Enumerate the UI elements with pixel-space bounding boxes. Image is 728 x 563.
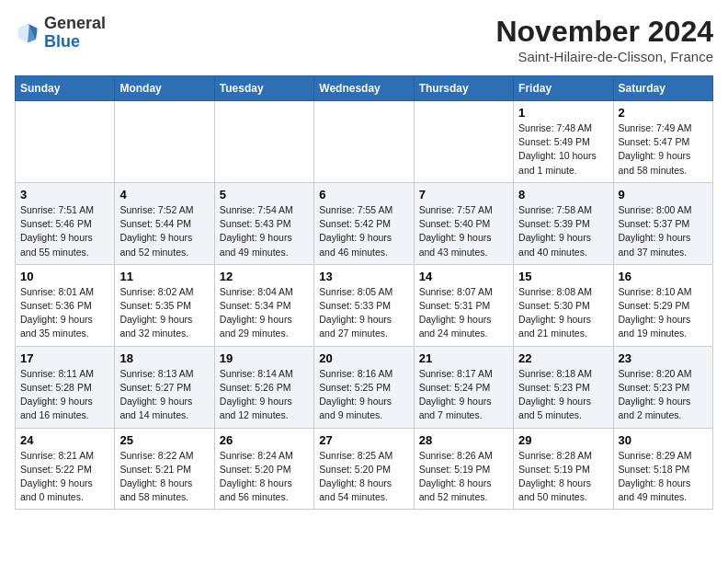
logo-general-text: General [44, 15, 106, 33]
day-number: 21 [419, 351, 508, 365]
day-cell: 10Sunrise: 8:01 AM Sunset: 5:36 PM Dayli… [16, 264, 115, 346]
day-info: Sunrise: 8:26 AM Sunset: 5:19 PM Dayligh… [419, 449, 508, 505]
day-number: 18 [119, 351, 209, 365]
day-info: Sunrise: 8:25 AM Sunset: 5:20 PM Dayligh… [319, 449, 408, 505]
day-cell: 24Sunrise: 8:21 AM Sunset: 5:22 PM Dayli… [16, 428, 115, 510]
col-saturday: Saturday [613, 76, 712, 101]
day-cell: 21Sunrise: 8:17 AM Sunset: 5:24 PM Dayli… [414, 346, 513, 428]
day-cell: 14Sunrise: 8:07 AM Sunset: 5:31 PM Dayli… [414, 264, 513, 346]
day-number: 24 [20, 433, 109, 447]
day-info: Sunrise: 8:18 AM Sunset: 5:23 PM Dayligh… [518, 367, 608, 423]
day-info: Sunrise: 8:14 AM Sunset: 5:26 PM Dayligh… [220, 367, 309, 423]
day-cell: 27Sunrise: 8:25 AM Sunset: 5:20 PM Dayli… [314, 428, 414, 510]
day-info: Sunrise: 7:57 AM Sunset: 5:40 PM Dayligh… [419, 203, 508, 259]
day-number: 10 [20, 270, 109, 283]
day-cell: 4Sunrise: 7:52 AM Sunset: 5:44 PM Daylig… [115, 182, 214, 264]
day-cell: 12Sunrise: 8:04 AM Sunset: 5:34 PM Dayli… [214, 264, 313, 346]
day-cell: 13Sunrise: 8:05 AM Sunset: 5:33 PM Dayli… [314, 264, 414, 346]
week-row-1: 1Sunrise: 7:48 AM Sunset: 5:49 PM Daylig… [16, 101, 713, 183]
day-number: 15 [518, 270, 608, 283]
day-info: Sunrise: 7:49 AM Sunset: 5:47 PM Dayligh… [619, 121, 708, 178]
day-number: 25 [119, 433, 209, 447]
logo: General Blue [15, 15, 106, 52]
day-info: Sunrise: 8:11 AM Sunset: 5:28 PM Dayligh… [20, 367, 109, 423]
day-info: Sunrise: 7:52 AM Sunset: 5:44 PM Dayligh… [119, 203, 209, 259]
day-info: Sunrise: 8:22 AM Sunset: 5:21 PM Dayligh… [119, 449, 209, 505]
day-info: Sunrise: 8:10 AM Sunset: 5:29 PM Dayligh… [619, 285, 708, 341]
day-cell: 6Sunrise: 7:55 AM Sunset: 5:42 PM Daylig… [314, 182, 414, 264]
day-number: 6 [319, 188, 408, 201]
day-info: Sunrise: 8:16 AM Sunset: 5:25 PM Dayligh… [319, 367, 408, 423]
day-number: 27 [319, 433, 408, 447]
day-number: 9 [619, 188, 708, 201]
week-row-4: 17Sunrise: 8:11 AM Sunset: 5:28 PM Dayli… [16, 346, 713, 428]
day-cell: 23Sunrise: 8:20 AM Sunset: 5:23 PM Dayli… [613, 346, 712, 428]
day-number: 5 [220, 188, 309, 201]
day-info: Sunrise: 7:48 AM Sunset: 5:49 PM Dayligh… [518, 121, 608, 178]
day-cell: 5Sunrise: 7:54 AM Sunset: 5:43 PM Daylig… [214, 182, 313, 264]
day-cell: 1Sunrise: 7:48 AM Sunset: 5:49 PM Daylig… [514, 101, 613, 183]
day-cell [115, 101, 214, 183]
day-cell: 20Sunrise: 8:16 AM Sunset: 5:25 PM Dayli… [314, 346, 414, 428]
col-thursday: Thursday [414, 76, 513, 101]
day-info: Sunrise: 8:29 AM Sunset: 5:18 PM Dayligh… [619, 449, 708, 505]
day-number: 4 [119, 188, 209, 201]
day-cell: 30Sunrise: 8:29 AM Sunset: 5:18 PM Dayli… [613, 428, 712, 510]
month-title: November 2024 [495, 15, 713, 49]
day-info: Sunrise: 7:55 AM Sunset: 5:42 PM Dayligh… [319, 203, 408, 259]
col-tuesday: Tuesday [214, 76, 313, 101]
day-number: 7 [419, 188, 508, 201]
day-cell: 2Sunrise: 7:49 AM Sunset: 5:47 PM Daylig… [613, 101, 712, 183]
day-cell [214, 101, 313, 183]
day-number: 8 [518, 188, 608, 201]
day-cell: 19Sunrise: 8:14 AM Sunset: 5:26 PM Dayli… [214, 346, 313, 428]
col-sunday: Sunday [16, 76, 115, 101]
col-wednesday: Wednesday [314, 76, 414, 101]
day-cell: 16Sunrise: 8:10 AM Sunset: 5:29 PM Dayli… [613, 264, 712, 346]
logo-icon [15, 20, 40, 46]
day-number: 22 [518, 351, 608, 365]
day-number: 26 [220, 433, 309, 447]
day-number: 11 [119, 270, 209, 283]
day-cell: 3Sunrise: 7:51 AM Sunset: 5:46 PM Daylig… [16, 182, 115, 264]
day-number: 1 [518, 106, 608, 120]
day-number: 2 [619, 106, 708, 120]
day-info: Sunrise: 8:20 AM Sunset: 5:23 PM Dayligh… [619, 367, 708, 423]
calendar-table: Sunday Monday Tuesday Wednesday Thursday… [15, 75, 713, 510]
header-row: Sunday Monday Tuesday Wednesday Thursday… [16, 76, 713, 101]
day-info: Sunrise: 8:07 AM Sunset: 5:31 PM Dayligh… [419, 285, 508, 341]
day-number: 28 [419, 433, 508, 447]
day-cell [314, 101, 414, 183]
day-number: 17 [20, 351, 109, 365]
day-info: Sunrise: 8:00 AM Sunset: 5:37 PM Dayligh… [619, 203, 708, 259]
week-row-3: 10Sunrise: 8:01 AM Sunset: 5:36 PM Dayli… [16, 264, 713, 346]
day-cell: 29Sunrise: 8:28 AM Sunset: 5:19 PM Dayli… [514, 428, 613, 510]
day-cell: 26Sunrise: 8:24 AM Sunset: 5:20 PM Dayli… [214, 428, 313, 510]
day-info: Sunrise: 7:51 AM Sunset: 5:46 PM Dayligh… [20, 203, 109, 259]
day-number: 23 [619, 351, 708, 365]
day-cell [16, 101, 115, 183]
day-cell [414, 101, 513, 183]
day-info: Sunrise: 7:54 AM Sunset: 5:43 PM Dayligh… [220, 203, 309, 259]
location-title: Saint-Hilaire-de-Clisson, France [495, 49, 713, 64]
day-number: 29 [518, 433, 608, 447]
day-cell: 8Sunrise: 7:58 AM Sunset: 5:39 PM Daylig… [514, 182, 613, 264]
day-cell: 11Sunrise: 8:02 AM Sunset: 5:35 PM Dayli… [115, 264, 214, 346]
day-cell: 25Sunrise: 8:22 AM Sunset: 5:21 PM Dayli… [115, 428, 214, 510]
day-info: Sunrise: 8:21 AM Sunset: 5:22 PM Dayligh… [20, 449, 109, 505]
day-info: Sunrise: 8:04 AM Sunset: 5:34 PM Dayligh… [220, 285, 309, 341]
day-cell: 15Sunrise: 8:08 AM Sunset: 5:30 PM Dayli… [514, 264, 613, 346]
col-monday: Monday [115, 76, 214, 101]
day-cell: 17Sunrise: 8:11 AM Sunset: 5:28 PM Dayli… [16, 346, 115, 428]
day-info: Sunrise: 8:17 AM Sunset: 5:24 PM Dayligh… [419, 367, 508, 423]
day-info: Sunrise: 7:58 AM Sunset: 5:39 PM Dayligh… [518, 203, 608, 259]
week-row-2: 3Sunrise: 7:51 AM Sunset: 5:46 PM Daylig… [16, 182, 713, 264]
day-cell: 22Sunrise: 8:18 AM Sunset: 5:23 PM Dayli… [514, 346, 613, 428]
week-row-5: 24Sunrise: 8:21 AM Sunset: 5:22 PM Dayli… [16, 428, 713, 510]
day-number: 12 [220, 270, 309, 283]
calendar-body: 1Sunrise: 7:48 AM Sunset: 5:49 PM Daylig… [16, 101, 713, 510]
day-number: 19 [220, 351, 309, 365]
day-info: Sunrise: 8:05 AM Sunset: 5:33 PM Dayligh… [319, 285, 408, 341]
day-number: 20 [319, 351, 408, 365]
day-number: 16 [619, 270, 708, 283]
